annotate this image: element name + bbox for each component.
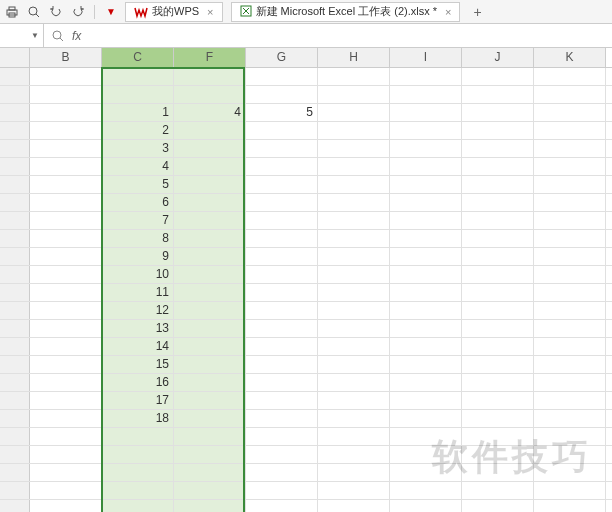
column-header-F[interactable]: F [174,48,246,67]
cell[interactable] [462,68,534,85]
cell[interactable] [534,500,606,512]
cell[interactable] [30,338,102,355]
cell[interactable] [390,212,462,229]
cell[interactable] [462,248,534,265]
cell[interactable] [318,122,390,139]
cell[interactable]: 9 [102,248,174,265]
cell[interactable] [318,410,390,427]
cell[interactable] [174,338,246,355]
cell[interactable] [318,140,390,157]
cell[interactable] [246,428,318,445]
row-header[interactable] [0,500,30,512]
cell[interactable] [318,230,390,247]
cell[interactable] [246,446,318,463]
row-header[interactable] [0,374,30,391]
cell[interactable] [246,194,318,211]
cell[interactable] [174,356,246,373]
column-header-G[interactable]: G [246,48,318,67]
cell[interactable]: 6 [102,194,174,211]
cell[interactable] [246,338,318,355]
cell[interactable]: 7 [102,212,174,229]
column-header-B[interactable]: B [30,48,102,67]
cell[interactable]: 4 [102,158,174,175]
row-header[interactable] [0,302,30,319]
cell[interactable] [102,482,174,499]
cell[interactable] [390,104,462,121]
row-header[interactable] [0,104,30,121]
cell[interactable] [390,266,462,283]
cell[interactable] [462,482,534,499]
cell[interactable] [390,500,462,512]
cell[interactable] [30,446,102,463]
tab-my-wps[interactable]: 我的WPS × [125,2,223,22]
cell[interactable] [390,446,462,463]
cell[interactable] [534,86,606,103]
row-header[interactable] [0,194,30,211]
cell[interactable] [462,392,534,409]
cell[interactable] [30,158,102,175]
cell[interactable] [174,122,246,139]
cell[interactable] [246,230,318,247]
cell[interactable] [318,356,390,373]
cell[interactable] [462,302,534,319]
row-header[interactable] [0,482,30,499]
cell[interactable] [534,392,606,409]
row-header[interactable] [0,248,30,265]
add-tab-button[interactable]: + [468,3,486,21]
cell[interactable] [246,500,318,512]
cell[interactable] [30,248,102,265]
close-icon[interactable]: × [207,6,213,18]
cell[interactable] [246,140,318,157]
cell[interactable]: 17 [102,392,174,409]
column-header-J[interactable]: J [462,48,534,67]
row-header[interactable] [0,158,30,175]
cell[interactable] [462,122,534,139]
cell[interactable] [174,392,246,409]
chevron-down-icon[interactable]: ▼ [31,31,39,40]
cell[interactable] [390,284,462,301]
cell[interactable] [246,464,318,481]
redo-icon[interactable] [70,4,86,20]
cell[interactable]: 16 [102,374,174,391]
cell[interactable] [30,266,102,283]
cell[interactable] [30,428,102,445]
cell[interactable] [174,428,246,445]
cell[interactable] [318,338,390,355]
column-header-H[interactable]: H [318,48,390,67]
cell[interactable]: 12 [102,302,174,319]
cell[interactable] [174,410,246,427]
cell[interactable] [174,374,246,391]
cell[interactable] [102,464,174,481]
cell[interactable] [390,428,462,445]
cell[interactable] [246,176,318,193]
cell[interactable] [390,140,462,157]
cell[interactable] [462,284,534,301]
cell[interactable] [30,230,102,247]
cell[interactable]: 5 [102,176,174,193]
cell[interactable] [534,428,606,445]
cell[interactable] [174,194,246,211]
cell[interactable] [318,500,390,512]
cell[interactable] [462,374,534,391]
cell[interactable] [390,338,462,355]
cell[interactable] [390,482,462,499]
print-icon[interactable] [4,4,20,20]
cell[interactable] [30,320,102,337]
cell[interactable] [390,320,462,337]
column-header-I[interactable]: I [390,48,462,67]
cell[interactable] [390,392,462,409]
row-header[interactable] [0,464,30,481]
cell[interactable] [534,194,606,211]
cell[interactable] [246,122,318,139]
cell[interactable] [318,482,390,499]
cell[interactable] [246,284,318,301]
cell[interactable] [30,374,102,391]
cell[interactable]: 15 [102,356,174,373]
cell[interactable] [30,302,102,319]
cell[interactable] [390,194,462,211]
cell[interactable] [390,464,462,481]
cell[interactable] [174,230,246,247]
cell[interactable] [462,410,534,427]
cell[interactable] [174,266,246,283]
cell[interactable] [462,212,534,229]
